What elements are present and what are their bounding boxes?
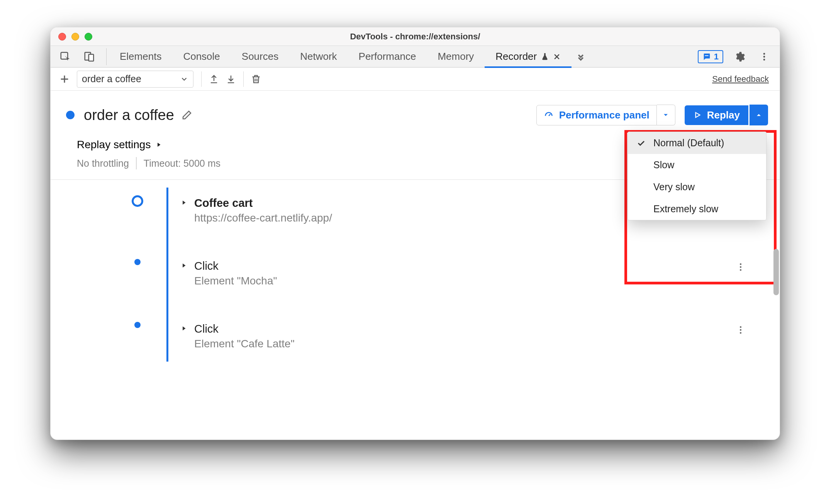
issues-button[interactable]: 1 <box>698 50 723 63</box>
tab-label: Console <box>183 51 220 63</box>
recorder-toolbar: order a coffee Send feedback <box>51 68 780 91</box>
step-title: Click <box>194 323 736 335</box>
performance-panel-button[interactable]: Performance panel <box>536 105 657 125</box>
step-row[interactable]: Click Element "Mocha" <box>159 253 769 299</box>
menu-item-label: Very slow <box>653 181 695 193</box>
more-tabs-icon[interactable] <box>572 51 590 62</box>
titlebar: DevTools - chrome://extensions/ <box>51 27 780 46</box>
step-marker <box>134 322 141 328</box>
send-feedback-link[interactable]: Send feedback <box>712 74 769 84</box>
scrollbar-thumb[interactable] <box>773 249 779 295</box>
window-traffic-lights <box>58 33 92 41</box>
kebab-menu-icon[interactable] <box>756 48 773 65</box>
chat-icon <box>702 52 711 61</box>
flask-icon <box>541 52 549 61</box>
svg-rect-3 <box>705 55 708 56</box>
caret-right-icon[interactable] <box>180 262 187 269</box>
chevron-down-icon <box>180 75 188 83</box>
svg-rect-2 <box>89 54 94 61</box>
new-recording-icon[interactable] <box>56 71 73 88</box>
caret-right-icon[interactable] <box>180 199 187 206</box>
delete-icon[interactable] <box>248 71 265 88</box>
device-toggle-icon[interactable] <box>81 48 98 65</box>
import-icon[interactable] <box>222 71 239 88</box>
step-row[interactable]: Click Element "Cafe Latte" <box>159 316 769 362</box>
recording-header: order a coffee Performance panel Replay <box>51 91 780 133</box>
check-icon <box>636 139 646 148</box>
step-title: Click <box>194 260 736 272</box>
tab-label: Sources <box>242 51 278 63</box>
tab-memory[interactable]: Memory <box>427 46 485 68</box>
devtools-window: DevTools - chrome://extensions/ Elements… <box>50 27 780 440</box>
caret-right-icon[interactable] <box>180 325 187 332</box>
tab-console[interactable]: Console <box>172 46 231 68</box>
issues-count: 1 <box>714 52 719 62</box>
tab-recorder[interactable]: Recorder <box>485 46 572 68</box>
replay-speed-menu: Normal (Default) Slow Very slow Extremel… <box>627 132 767 220</box>
step-subtitle: Element "Mocha" <box>194 275 736 287</box>
minimize-window-button[interactable] <box>71 33 79 41</box>
recording-name: order a coffee <box>84 107 174 123</box>
recording-select-value: order a coffee <box>82 73 141 85</box>
separator <box>201 71 202 87</box>
svg-point-4 <box>763 53 765 55</box>
replay-label: Replay <box>707 109 740 121</box>
tab-sources[interactable]: Sources <box>231 46 289 68</box>
devtools-tabbar: Elements Console Sources Network Perform… <box>51 46 780 68</box>
replay-speed-option-normal[interactable]: Normal (Default) <box>628 132 766 154</box>
step-subtitle: Element "Cafe Latte" <box>194 338 736 350</box>
svg-point-15 <box>740 332 741 333</box>
replay-speed-caret[interactable] <box>750 105 768 125</box>
separator <box>136 157 137 169</box>
recording-select[interactable]: order a coffee <box>77 71 193 88</box>
close-tab-icon[interactable] <box>553 53 561 61</box>
svg-point-5 <box>763 56 765 58</box>
svg-point-11 <box>740 266 741 268</box>
menu-item-label: Slow <box>653 159 674 171</box>
svg-point-10 <box>740 263 741 265</box>
replay-settings-label: Replay settings <box>77 139 151 151</box>
replay-speed-option-very-slow[interactable]: Very slow <box>628 176 766 198</box>
performance-panel-caret[interactable] <box>657 105 675 125</box>
step-menu-icon[interactable] <box>736 323 746 335</box>
export-icon[interactable] <box>205 71 222 88</box>
menu-item-label: Normal (Default) <box>653 137 724 149</box>
step-marker <box>134 259 141 265</box>
tab-label: Performance <box>359 51 416 63</box>
separator <box>106 48 107 65</box>
replay-button[interactable]: Replay <box>685 105 748 125</box>
close-window-button[interactable] <box>58 33 66 41</box>
replay-speed-option-extremely-slow[interactable]: Extremely slow <box>628 198 766 220</box>
inspect-icon[interactable] <box>57 48 74 65</box>
edit-name-icon[interactable] <box>181 109 193 121</box>
separator <box>243 71 244 87</box>
settings-gear-icon[interactable] <box>731 48 748 65</box>
gauge-icon <box>544 110 554 120</box>
caret-right-icon <box>155 141 162 148</box>
tab-network[interactable]: Network <box>289 46 348 68</box>
menu-item-label: Extremely slow <box>653 203 718 215</box>
recording-status-dot <box>66 111 75 119</box>
replay-speed-option-slow[interactable]: Slow <box>628 154 766 176</box>
svg-point-12 <box>740 269 741 271</box>
tab-elements[interactable]: Elements <box>109 46 172 68</box>
window-title: DevTools - chrome://extensions/ <box>350 32 480 42</box>
step-marker-start <box>132 195 143 207</box>
tab-label: Network <box>300 51 337 63</box>
play-icon <box>693 111 702 119</box>
tab-label: Recorder <box>495 51 537 63</box>
performance-panel-label: Performance panel <box>559 109 650 121</box>
step-menu-icon[interactable] <box>736 260 746 272</box>
timeout-value: Timeout: 5000 ms <box>144 158 220 169</box>
svg-point-13 <box>740 326 741 328</box>
zoom-window-button[interactable] <box>85 33 92 41</box>
tab-label: Elements <box>120 51 161 63</box>
tab-label: Memory <box>438 51 474 63</box>
tab-performance[interactable]: Performance <box>348 46 427 68</box>
svg-point-14 <box>740 329 741 331</box>
throttle-value: No throttling <box>77 158 129 169</box>
svg-point-6 <box>763 59 765 61</box>
